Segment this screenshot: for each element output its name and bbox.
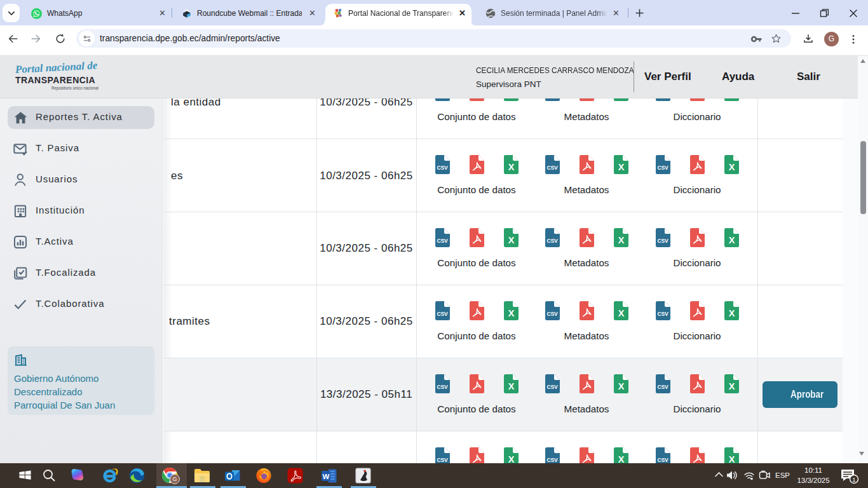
svg-text:CSV: CSV [546, 311, 557, 317]
svg-text:X: X [728, 235, 735, 245]
svg-text:X: X [618, 381, 624, 391]
svg-text:X: X [618, 162, 624, 172]
svg-text:X: X [728, 308, 735, 318]
svg-text:X: X [508, 162, 514, 172]
svg-text:X: X [508, 308, 514, 318]
svg-text:CSV: CSV [657, 311, 668, 317]
svg-text:CSV: CSV [657, 384, 668, 390]
svg-text:CSV: CSV [546, 165, 557, 171]
svg-text:X: X [618, 308, 624, 318]
svg-text:W: W [323, 473, 330, 480]
svg-text:X: X [618, 235, 624, 245]
svg-text:CSV: CSV [437, 384, 447, 390]
svg-text:CSV: CSV [657, 165, 668, 171]
svg-text:CSV: CSV [437, 457, 447, 463]
svg-text:X: X [508, 235, 514, 245]
svg-text:X: X [508, 381, 514, 391]
svg-text:CSV: CSV [657, 457, 668, 463]
svg-text:CSV: CSV [437, 165, 447, 171]
svg-text:CSV: CSV [437, 238, 447, 244]
svg-text:1: 1 [852, 476, 855, 483]
svg-text:CSV: CSV [546, 457, 557, 463]
svg-text:CSV: CSV [546, 384, 557, 390]
svg-text:CSV: CSV [546, 238, 557, 244]
svg-text:CSV: CSV [657, 238, 668, 244]
svg-text:X: X [728, 162, 735, 172]
svg-text:X: X [728, 381, 735, 391]
svg-text:CSV: CSV [437, 311, 447, 317]
